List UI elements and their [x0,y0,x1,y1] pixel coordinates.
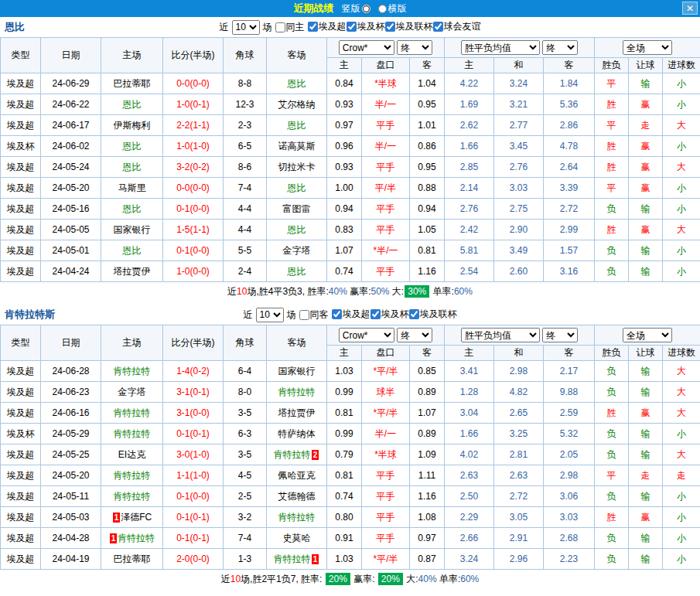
summary-value: 60% [460,574,479,584]
league-checkbox[interactable] [332,309,342,319]
score-cell: 3-2(0-2) [163,157,224,178]
home-odds-cell: 0.80 [327,507,362,528]
col-draw: 和 [494,58,544,73]
team-text: 恩比 [288,182,306,193]
league-filter[interactable]: 埃及杯 [347,20,385,33]
summary-line: 近10场,胜2平1负7, 胜率: 20% 赢率: 20% 大:40% 单率:60… [0,570,700,589]
result-cell: 胜 [595,507,629,528]
lose-odds-cell: 3.39 [544,178,595,199]
home-odds-cell: 0.99 [327,382,362,403]
league-filter[interactable]: 埃及超 [308,20,347,33]
league-cell: 埃及超 [1,507,41,528]
vertical-radio-input[interactable] [362,5,370,13]
score-cell: 1-0(0-1) [163,94,224,115]
bookmaker-select[interactable]: Crow* [339,328,394,342]
date-cell: 24-04-24 [41,261,101,282]
league-cell: 埃及超 [1,403,41,424]
handicap-final-select[interactable]: 终 [397,328,432,342]
corner-cell: 3-5 [224,444,267,465]
layout-vertical-radio[interactable]: 竖版 [342,2,370,15]
lose-odds-cell: 2.64 [544,157,595,178]
full-match-select[interactable]: 全场 [623,328,672,342]
handicap-cell: 平手 [362,465,410,486]
draw-odds-cell: 3.21 [494,94,544,115]
league-checkbox[interactable] [308,22,318,32]
recent-count-select[interactable]: 10 [232,20,260,35]
handicap-cell: *半球 [362,73,410,94]
handicap-cell: 球半 [362,382,410,403]
team-text: 恩比 [123,141,142,152]
unit-label: 场 [263,21,272,34]
match-row: 埃及超24-05-05国家银行1-5(1-1)4-4恩比0.83平手1.052.… [1,220,700,240]
home-team-cell: 巴拉蒂耶 [101,549,163,570]
same-venue-filter[interactable]: 同主 [275,21,305,34]
date-cell: 24-05-25 [41,444,101,465]
goals-cell: 小 [663,178,700,199]
home-odds-cell: 0.93 [327,94,362,115]
league-filter[interactable]: 埃及杯 [370,308,409,321]
league-filter[interactable]: 埃及联杯 [409,308,457,321]
team-text: 金字塔 [118,387,146,397]
odds-final-select[interactable]: 终 [542,40,578,55]
goals-cell: 大 [663,403,700,424]
same-venue-checkbox[interactable] [275,22,285,32]
col-win: 主 [445,58,494,73]
handicap-result-cell: 输 [629,361,663,382]
win-odds-cell: 2.76 [445,199,494,220]
corner-cell: 3-2 [224,507,267,528]
league-checkbox[interactable] [409,309,419,319]
away-odds-cell: 1.01 [410,115,445,136]
away-odds-cell: 0.81 [410,240,445,261]
odds-final-select[interactable]: 终 [542,328,578,342]
full-match-select[interactable]: 全场 [623,40,672,55]
result-group-header: 全场 [595,325,700,346]
goals-cell: 大 [663,444,700,465]
handicap-result-cell: 输 [629,549,663,570]
league-checkbox[interactable] [433,22,443,32]
lose-odds-cell: 2.98 [544,465,595,486]
home-odds-cell: 0.84 [327,73,362,94]
close-button[interactable]: ✕ [682,2,698,15]
goals-cell: 小 [663,261,700,282]
home-team-cell: 恩比 [101,157,163,178]
bookmaker-select[interactable]: Crow* [339,40,394,55]
summary-value: 60% [454,286,473,297]
date-cell: 24-05-29 [41,424,101,444]
league-filter[interactable]: 球会友谊 [433,20,481,33]
avg-odds-select[interactable]: 胜平负均值 [461,40,540,55]
score-cell: 1-0(0-0) [163,261,224,282]
summary-text: 大: [404,574,418,584]
league-checkbox[interactable] [347,22,357,32]
league-cell: 埃及超 [1,157,41,178]
home-team-cell: 伊斯梅利 [101,115,163,136]
date-cell: 24-05-05 [41,220,101,240]
date-cell: 24-05-24 [41,157,101,178]
away-team-cell: 恩比 [267,115,327,136]
date-cell: 24-05-03 [41,507,101,528]
horizontal-radio-input[interactable] [378,5,387,13]
draw-odds-cell: 2.65 [494,403,544,424]
league-checkbox[interactable] [385,22,395,32]
recent-count-select[interactable]: 10 [256,308,284,322]
avg-odds-select[interactable]: 胜平负均值 [461,328,540,342]
win-odds-cell: 4.22 [445,73,494,94]
league-cell: 埃及超 [1,261,41,282]
layout-horizontal-radio[interactable]: 横版 [378,2,407,15]
matches-tbody: 埃及超24-06-28肯特拉特1-4(0-2)6-4国家银行1.03*平/半0.… [1,361,700,570]
home-odds-cell: 1.07 [327,240,362,261]
team-text: 金字塔 [283,245,311,256]
dialog-title: 近期战绩 [294,2,334,15]
goals-cell: 小 [663,486,700,507]
league-filter[interactable]: 埃及超 [332,308,370,321]
league-checkbox[interactable] [370,309,381,319]
match-row: 埃及超24-05-24恩比3-2(0-2)8-6切拉米卡0.93平手0.952.… [1,157,700,178]
league-filter[interactable]: 埃及联杯 [385,20,433,33]
same-venue-filter[interactable]: 同客 [299,308,329,322]
corner-cell: 1-3 [224,549,267,570]
same-venue-checkbox[interactable] [299,310,309,320]
handicap-final-select[interactable]: 终 [397,40,432,55]
home-team-cell: 恩比 [101,94,163,115]
team-text: 肯特拉特 [114,407,151,418]
away-odds-cell: 0.85 [410,361,445,382]
team-text: 艾德翰德 [278,491,316,502]
